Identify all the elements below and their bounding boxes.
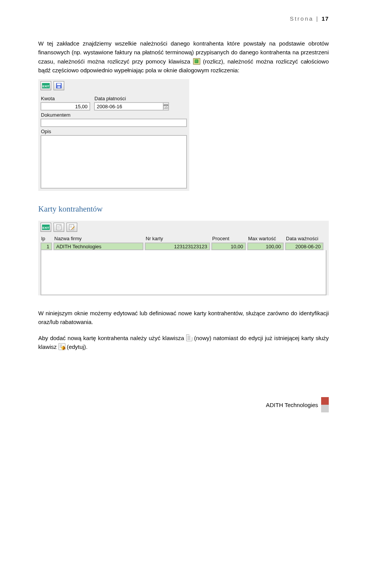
svg-rect-3 [57, 83, 61, 85]
cell-nazwa[interactable]: ADITH Technologies [54, 243, 143, 250]
cell-max[interactable]: 100,00 [247, 243, 284, 250]
karty-kontrahentow-window: EXIT lp 1 Nazwa firmy ADITH Technologies… [38, 221, 329, 295]
svg-text:EXIT: EXIT [42, 85, 49, 88]
dokumentem-input[interactable] [41, 119, 187, 127]
dialog-toolbar: EXIT [38, 79, 189, 94]
svg-text:15: 15 [164, 106, 167, 109]
exit-button-2[interactable]: EXIT [41, 223, 51, 232]
date-picker-button[interactable]: 15 [164, 102, 169, 111]
footer-text: ADITH Technologies [266, 402, 318, 408]
col-nrkarty-header: Nr karty [145, 236, 210, 243]
dokumentem-label: Dokumentem [41, 112, 187, 118]
svg-rect-6 [164, 105, 168, 106]
dialog-rozliczenia: EXIT Kwota Data płatności 15 [38, 79, 189, 191]
paragraph-3: Aby dodać nową kartę kontrahenta należy … [38, 334, 329, 352]
save-button[interactable] [54, 81, 64, 90]
cell-nrkarty[interactable]: 123123123123 [145, 243, 210, 250]
page-number: 17 [322, 15, 329, 22]
col-lp-header: lp [41, 236, 52, 243]
opis-textarea[interactable] [41, 135, 187, 189]
data-platnosci-input[interactable] [94, 102, 164, 111]
col-max-header: Max wartość [247, 236, 284, 243]
footer-squares-icon [321, 397, 329, 412]
col-nazwa-header: Nazwa firmy [54, 236, 143, 243]
col-data-header: Data ważności [285, 236, 323, 243]
col-procent-header: Procent [211, 236, 246, 243]
grid-body-empty[interactable] [41, 250, 326, 295]
svg-text:EXIT: EXIT [42, 226, 49, 230]
new-button[interactable] [54, 223, 64, 232]
para3-c: (edytuj). [67, 344, 88, 350]
para3-a: Aby dodać nową kartę kontrahenta należy … [38, 335, 186, 341]
kwota-input[interactable] [41, 102, 90, 111]
cell-data[interactable]: 2008-06-20 [285, 243, 323, 250]
cell-lp[interactable]: 1 [41, 243, 52, 250]
exit-button[interactable]: EXIT [41, 81, 51, 90]
rozlicz-icon [193, 58, 200, 65]
paragraph-1: W tej zakładce znajdziemy wszelkie należ… [38, 39, 329, 75]
opis-label: Opis [41, 129, 187, 134]
edit-button[interactable] [67, 223, 77, 232]
page-header: Strona | 17 [38, 15, 329, 22]
data-platnosci-label: Data płatności [94, 96, 155, 101]
kwota-label: Kwota [41, 96, 90, 101]
edit-doc-icon [58, 343, 65, 350]
karty-toolbar: EXIT [38, 221, 329, 236]
section-heading: Karty kontrahentów [38, 204, 329, 214]
page-footer: ADITH Technologies [38, 397, 329, 412]
paragraph-2: W niniejszym oknie możemy edytować lub d… [38, 309, 329, 327]
svg-rect-4 [57, 86, 60, 88]
cell-procent[interactable]: 10,00 [211, 243, 246, 250]
page-label: Strona | [290, 15, 322, 22]
new-doc-icon [186, 334, 192, 341]
